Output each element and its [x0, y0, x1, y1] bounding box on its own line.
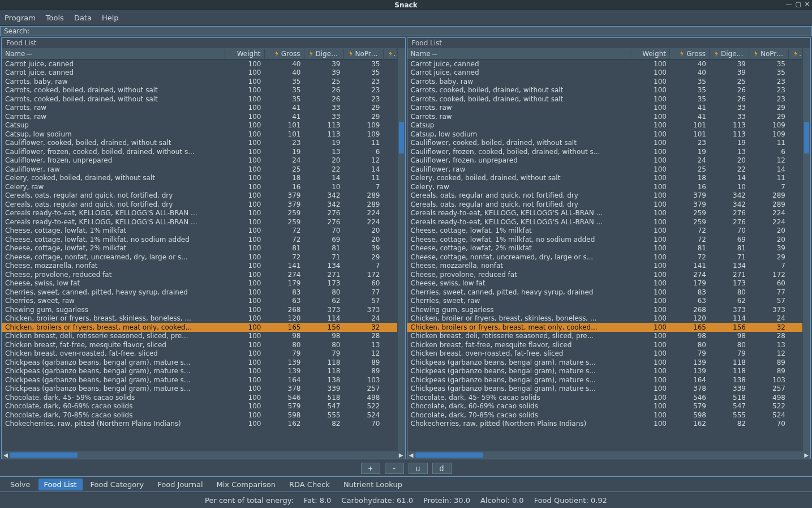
table-row[interactable]: Chocolate, dark, 60-69% cacao solids1005… — [407, 402, 803, 411]
scroll-thumb[interactable] — [804, 122, 809, 153]
table-row[interactable]: Chickpeas (garbanzo beans, bengal gram),… — [407, 358, 803, 367]
table-row[interactable]: Cereals ready-to-eat, KELLOGG, KELLOGG'S… — [2, 209, 397, 218]
tab-nutrient-lookup[interactable]: Nutrient Lookup — [338, 479, 408, 490]
table-row[interactable]: Cheese, provolone, reduced fat1002742711… — [407, 270, 803, 279]
table-row[interactable]: Cauliflower, frozen, cooked, boiled, dra… — [2, 147, 397, 156]
table-row[interactable]: Chickpeas (garbanzo beans, bengal gram),… — [407, 375, 803, 385]
table-row[interactable]: Cauliflower, cooked, boiled, drained, wi… — [2, 139, 397, 148]
table-row[interactable]: Chickpeas (garbanzo beans, bengal gram),… — [2, 375, 397, 385]
maximize-icon[interactable]: ▢ — [795, 1, 801, 8]
table-row[interactable]: Cereals, oats, regular and quick, not fo… — [2, 191, 397, 200]
table-row[interactable]: Chicken breast, deli, rotisserie seasone… — [2, 332, 397, 341]
menu-program[interactable]: Program — [5, 14, 36, 22]
table-row[interactable]: Cherries, sweet, canned, pitted, heavy s… — [407, 288, 803, 297]
table-row[interactable]: Cauliflower, frozen, unprepared100242012 — [2, 156, 397, 165]
table-row[interactable]: Catsup, low sodium100101113109 — [2, 130, 397, 139]
search-input[interactable] — [32, 27, 808, 35]
table-row[interactable]: Catsup100101113109 — [407, 121, 803, 130]
vertical-scrollbar-right[interactable] — [802, 48, 810, 451]
close-icon[interactable]: ✕ — [805, 1, 810, 8]
table-row[interactable]: Cheese, cottage, lowfat, 1% milkfat10072… — [2, 227, 397, 236]
table-row[interactable]: Carrots, raw100413329 — [407, 104, 803, 113]
table-right[interactable]: Name— Weight Gross Digesti... NoProt... … — [407, 48, 803, 451]
table-row[interactable]: Chickpeas (garbanzo beans, bengal gram),… — [407, 367, 803, 376]
table-row[interactable]: Cauliflower, cooked, boiled, drained, wi… — [407, 139, 803, 148]
table-row[interactable]: Cauliflower, frozen, unprepared100242012 — [407, 156, 803, 165]
scroll-left-icon[interactable]: ◀ — [407, 452, 415, 458]
table-row[interactable]: Chicken, broiler or fryers, breast, skin… — [407, 314, 803, 323]
table-row[interactable]: Cheese, mozzarella, nonfat1001411347 — [407, 262, 803, 271]
vertical-scrollbar-left[interactable] — [397, 48, 405, 451]
col-weight[interactable]: Weight — [630, 49, 670, 59]
tab-solve[interactable]: Solve — [5, 479, 36, 490]
table-row[interactable]: Celery, cooked, boiled, drained, without… — [407, 174, 803, 183]
table-row[interactable]: Carrots, cooked, boiled, drained, withou… — [2, 95, 397, 104]
table-row[interactable]: Celery, raw10016107 — [407, 182, 803, 191]
col-noprot[interactable]: NoProt... — [344, 49, 384, 59]
table-left[interactable]: Name— Weight Gross Digesti... NoProt... … — [2, 48, 397, 451]
table-row[interactable]: Chicken, broiler or fryers, breast, skin… — [2, 314, 397, 323]
table-row[interactable]: Celery, raw10016107 — [2, 182, 397, 191]
table-row[interactable]: Chokecherries, raw, pitted (Northern Pla… — [407, 420, 803, 429]
table-row[interactable]: Chokecherries, raw, pitted (Northern Pla… — [2, 420, 397, 429]
table-row[interactable]: Catsup, low sodium100101113109 — [407, 130, 803, 139]
horizontal-scrollbar-left[interactable]: ◀ ▶ — [2, 451, 405, 459]
table-row[interactable]: Chewing gum, sugarless100268373373 — [407, 305, 803, 314]
table-row[interactable]: Carrots, raw100413329 — [2, 112, 397, 121]
table-row[interactable]: Cereals ready-to-eat, KELLOGG, KELLOGG'S… — [407, 209, 803, 218]
tab-mix-comparison[interactable]: Mix Comparison — [211, 479, 282, 490]
menu-tools[interactable]: Tools — [46, 14, 64, 22]
table-row[interactable]: Chocolate, dark, 70-85% cacao solids1005… — [407, 411, 803, 420]
tab-food-list[interactable]: Food List — [38, 479, 83, 490]
table-row[interactable]: Cereals, oats, regular and quick, not fo… — [2, 200, 397, 209]
table-row[interactable]: Chicken breast, fat-free, mesquite flavo… — [2, 340, 397, 349]
table-row[interactable]: Carrots, baby, raw100352523 — [407, 77, 803, 86]
col-name[interactable]: Name— — [2, 49, 225, 59]
col-gross[interactable]: Gross — [265, 49, 304, 59]
table-row[interactable]: Chocolate, dark, 45- 59% cacao solids100… — [407, 393, 803, 402]
table-row[interactable]: Cheese, cottage, lowfat, 2% milkfat10081… — [407, 244, 803, 253]
add-button[interactable]: + — [361, 463, 380, 474]
table-row[interactable]: Chicken breast, deli, rotisserie seasone… — [407, 332, 803, 341]
col-weight[interactable]: Weight — [225, 49, 265, 59]
table-row[interactable]: Cheese, provolone, reduced fat1002742711… — [2, 270, 397, 279]
table-row[interactable]: Carrots, baby, raw100352523 — [2, 77, 397, 86]
table-row[interactable]: Chicken breast, fat-free, mesquite flavo… — [407, 340, 803, 349]
remove-button[interactable]: - — [385, 463, 404, 474]
scroll-left-icon[interactable]: ◀ — [2, 452, 10, 458]
table-row[interactable]: Chocolate, dark, 70-85% cacao solids1005… — [2, 411, 397, 420]
table-row[interactable]: Cereals ready-to-eat, KELLOGG, KELLOGG'S… — [407, 217, 803, 227]
col-name[interactable]: Name— — [407, 49, 631, 59]
table-row[interactable]: Chickpeas (garbanzo beans, bengal gram),… — [2, 367, 397, 376]
table-row[interactable]: Cauliflower, raw100252214 — [2, 165, 397, 174]
horizontal-scrollbar-right[interactable]: ◀ ▶ — [407, 451, 811, 459]
table-row[interactable]: Carrots, cooked, boiled, drained, withou… — [2, 86, 397, 95]
move-up-button[interactable]: u — [409, 463, 428, 474]
table-row[interactable]: Chocolate, dark, 60-69% cacao solids1005… — [2, 402, 397, 411]
table-row[interactable]: Cherries, sweet, raw100636257 — [2, 297, 397, 306]
menu-help[interactable]: Help — [102, 14, 119, 22]
col-digest[interactable]: Digesti... — [304, 49, 344, 59]
table-row[interactable]: Cherries, sweet, canned, pitted, heavy s… — [2, 288, 397, 297]
table-row[interactable]: Carrots, cooked, boiled, drained, withou… — [407, 95, 803, 104]
col-extra[interactable] — [789, 49, 802, 59]
table-row[interactable]: Chickpeas (garbanzo beans, bengal gram),… — [2, 385, 397, 394]
tab-rda-check[interactable]: RDA Check — [283, 479, 336, 490]
table-row[interactable]: Chicken breast, oven-roasted, fat-free, … — [407, 349, 803, 358]
table-row[interactable]: Cheese, swiss, low fat10017917360 — [2, 279, 397, 288]
table-row[interactable]: Cheese, cottage, lowfat, 2% milkfat10081… — [2, 244, 397, 253]
table-row[interactable]: Cauliflower, raw100252214 — [407, 165, 803, 174]
table-row[interactable]: Carrots, raw100413329 — [407, 112, 803, 121]
move-down-button[interactable]: d — [432, 463, 452, 474]
table-row[interactable]: Carrots, cooked, boiled, drained, withou… — [407, 86, 803, 95]
table-row[interactable]: Chicken breast, oven-roasted, fat-free, … — [2, 349, 397, 358]
tab-food-journal[interactable]: Food Journal — [152, 479, 208, 490]
table-row[interactable]: Chicken, broilers or fryers, breast, mea… — [407, 323, 803, 332]
table-row[interactable]: Cheese, mozzarella, nonfat1001411347 — [2, 262, 397, 271]
hscroll-thumb[interactable] — [10, 452, 78, 458]
table-row[interactable]: Cherries, sweet, raw100636257 — [407, 297, 803, 306]
table-row[interactable]: Chewing gum, sugarless100268373373 — [2, 305, 397, 314]
scroll-right-icon[interactable]: ▶ — [802, 452, 810, 458]
scroll-right-icon[interactable]: ▶ — [397, 452, 405, 458]
table-row[interactable]: Cheese, swiss, low fat10017917360 — [407, 279, 803, 288]
